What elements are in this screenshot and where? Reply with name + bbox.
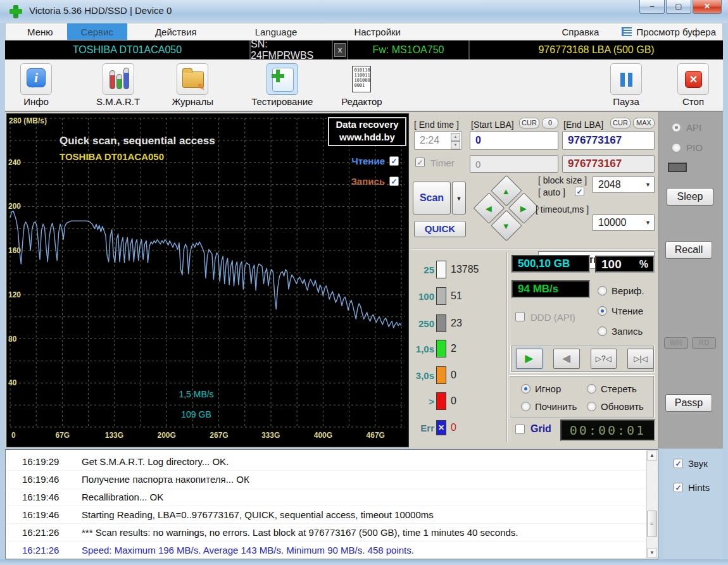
titlebar: Victoria 5.36 HDD/SSD | Device 0 – ▢ ✕: [0, 0, 728, 23]
start-lba-input[interactable]: 0: [470, 131, 558, 150]
action-repair-label: Починить: [535, 401, 577, 412]
start-lba-zero-button[interactable]: 0: [542, 118, 558, 128]
svg-text:67G: 67G: [55, 431, 70, 440]
logs-folder-icon: ✎: [177, 63, 208, 95]
pause-button[interactable]: Пауза: [605, 63, 647, 107]
quick-button[interactable]: QUICK: [414, 221, 466, 237]
action-repair-radio[interactable]: [521, 402, 530, 411]
scroll-down-arrow-icon[interactable]: ▼: [647, 548, 657, 558]
log-panel[interactable]: 16:19:29 Get S.M.A.R.T. Log directory...…: [5, 449, 658, 559]
defect-action-group: Игнор Стереть Починить Обновить: [509, 375, 655, 418]
logs-button[interactable]: ✎ Журналы: [172, 63, 213, 107]
sleep-button[interactable]: Sleep: [667, 188, 713, 206]
timer-checkbox[interactable]: ✓: [415, 158, 425, 167]
editor-button[interactable]: 010110 110011 101000 0001 Редактор: [341, 63, 382, 107]
mode-write-row[interactable]: Запись: [598, 326, 643, 337]
device-firmware: Fw: MS1OA750: [348, 40, 470, 59]
action-repair-row[interactable]: Починить: [521, 401, 577, 412]
log-entry: 16:19:46 Получение паспорта накопителя..…: [6, 471, 658, 488]
menu-item-help[interactable]: Справка: [543, 23, 618, 40]
grid-label: Grid: [530, 423, 551, 435]
pause-label: Пауза: [605, 96, 647, 107]
smart-button[interactable]: S.M.A.R.T: [96, 63, 140, 107]
legend-write-checkbox[interactable]: ✓: [389, 177, 399, 186]
menu-item-service[interactable]: Сервис: [67, 23, 127, 40]
action-ignore-row[interactable]: Игнор: [521, 383, 561, 394]
device-model[interactable]: TOSHIBA DT01ACA050: [5, 40, 251, 59]
hints-checkbox-row[interactable]: ✓ Hints: [674, 482, 710, 493]
ddd-api-checkbox[interactable]: [515, 312, 525, 321]
graph-overlay-speed: 1,5 MB/s: [158, 389, 234, 399]
passp-button[interactable]: Passp: [665, 394, 712, 412]
buffer-view-button[interactable]: Просмотр буфера: [618, 23, 722, 40]
play-backward-button[interactable]: ◀: [553, 349, 580, 369]
menu-item-actions[interactable]: Действия: [141, 23, 211, 40]
mode-verify-radio[interactable]: [598, 286, 607, 295]
end-time-spinner[interactable]: 2:24 ▲▼: [414, 131, 462, 150]
pio-radio[interactable]: [672, 143, 681, 152]
latency-block-3s: [436, 366, 446, 384]
action-erase-row[interactable]: Стереть: [587, 383, 637, 394]
stop-icon: ✕: [677, 63, 709, 95]
mode-write-radio[interactable]: [598, 326, 607, 336]
scan-button[interactable]: Scan: [413, 182, 451, 214]
action-refresh-row[interactable]: Обновить: [587, 401, 644, 412]
scan-dropdown-button[interactable]: ▼: [452, 182, 466, 214]
sound-checkbox-row[interactable]: ✓ Звук: [674, 458, 708, 469]
latency-row-1s: 1,0s 2: [410, 339, 456, 358]
svg-text:40: 40: [8, 378, 17, 387]
end-lba-max-button[interactable]: MAX: [633, 118, 655, 128]
end-time-spin-arrows[interactable]: ▲▼: [451, 133, 460, 148]
hints-checkbox[interactable]: ✓: [674, 483, 683, 492]
timeout-select[interactable]: 10000: [593, 214, 655, 231]
api-radio-row[interactable]: API: [672, 122, 701, 133]
legend-write-label: Запись: [351, 176, 385, 187]
start-lba-cur-button[interactable]: CUR: [519, 118, 539, 128]
butterfly-button[interactable]: ▷|◁: [627, 349, 654, 369]
svg-text:80: 80: [8, 335, 17, 344]
end-lba-input[interactable]: 976773167: [562, 131, 655, 150]
device-divider[interactable]: x: [333, 40, 348, 59]
end-lba-cur-button[interactable]: CUR: [610, 118, 631, 128]
mode-verify-row[interactable]: Вериф.: [598, 285, 644, 296]
random-seek-button[interactable]: ▷?◁: [591, 349, 617, 369]
action-ignore-radio[interactable]: [521, 384, 530, 394]
mode-read-row[interactable]: Чтение: [598, 306, 643, 316]
device-capacity: 976773168 LBA (500 GB): [470, 40, 723, 59]
api-radio[interactable]: [672, 123, 681, 132]
err-x-icon: ✕: [436, 420, 446, 435]
control-panel: [ End time ] [Start LBA] CUR 0 [End LBA]…: [410, 112, 658, 449]
wr-button[interactable]: WR: [664, 337, 688, 349]
scroll-thumb[interactable]: ≡: [647, 511, 657, 537]
minimize-button[interactable]: –: [639, 0, 665, 14]
grid-checkbox[interactable]: [515, 425, 525, 434]
rd-button[interactable]: RD: [692, 337, 716, 349]
test-button[interactable]: Тестирование: [251, 63, 313, 107]
test-label: Тестирование: [251, 96, 313, 107]
menu-item-settings[interactable]: Настройки: [340, 23, 415, 40]
close-button[interactable]: ✕: [693, 0, 722, 14]
scroll-up-arrow-icon[interactable]: ▲: [647, 450, 657, 461]
action-refresh-radio[interactable]: [587, 402, 596, 411]
pause-icon: [610, 63, 642, 95]
block-size-select[interactable]: 2048: [593, 177, 655, 193]
action-erase-radio[interactable]: [587, 384, 596, 394]
mode-read-radio[interactable]: [598, 306, 607, 316]
recall-button[interactable]: Recall: [665, 241, 712, 259]
sound-checkbox[interactable]: ✓: [674, 459, 683, 468]
start-lba2-field[interactable]: 0: [470, 155, 558, 173]
stop-button[interactable]: ✕ Стоп: [672, 63, 714, 107]
auto-checkbox[interactable]: ✓: [575, 187, 584, 196]
menu-item-language[interactable]: Language: [241, 23, 311, 40]
pio-radio-row[interactable]: PIO: [672, 142, 703, 153]
graph-overlay-position: 109 GB: [158, 409, 234, 419]
legend-read-checkbox[interactable]: ✓: [389, 156, 399, 166]
menu-item-menu[interactable]: Меню: [13, 23, 67, 40]
play-forward-button[interactable]: ▶: [516, 349, 543, 369]
svg-text:133G: 133G: [105, 431, 123, 440]
end-lba2-field[interactable]: 976773167: [562, 155, 655, 173]
info-button[interactable]: i Инфо: [15, 63, 57, 107]
maximize-button[interactable]: ▢: [666, 0, 691, 14]
info-icon: i: [20, 63, 52, 95]
log-scrollbar[interactable]: ▲ ≡ ▼: [646, 450, 657, 558]
